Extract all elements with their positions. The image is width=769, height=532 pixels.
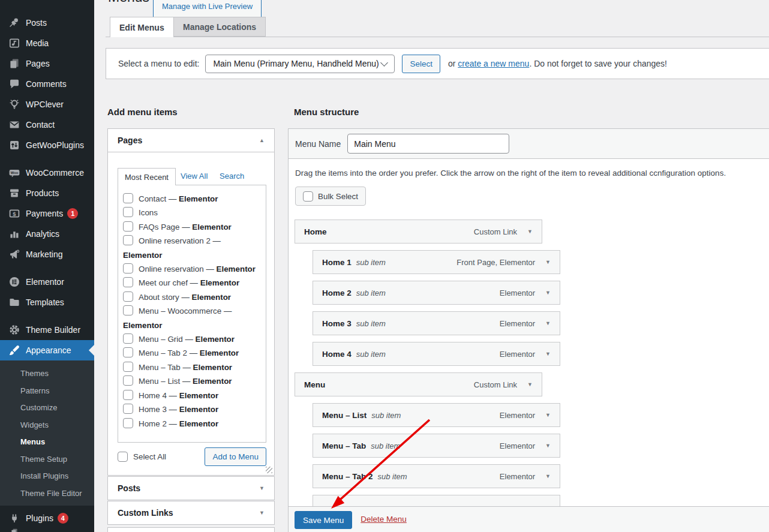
sidebar-item-media[interactable]: Media: [0, 33, 94, 53]
menu-item-bar-menu[interactable]: MenuCustom Link▼: [295, 372, 542, 396]
menu-select-dropdown[interactable]: Main Menu (Primary Menu, Handheld Menu): [205, 55, 395, 73]
page-checkbox[interactable]: [123, 305, 133, 315]
item-options-arrow-icon[interactable]: ▼: [545, 259, 551, 265]
sidebar-item-products[interactable]: Products: [0, 183, 94, 203]
menu-item-bar-home[interactable]: HomeCustom Link▼: [295, 220, 542, 244]
gear-icon: [8, 324, 20, 336]
create-new-menu-link[interactable]: create a new menu: [458, 59, 529, 68]
page-list-item-home-3[interactable]: Home 3 — Elementor: [123, 402, 261, 416]
page-list-item-online-reservation[interactable]: Online reservation — Elementor: [123, 262, 261, 276]
page-list-item-icons[interactable]: Icons: [123, 206, 261, 220]
sidebar-subitem-theme-setup[interactable]: Theme Setup: [0, 451, 94, 468]
page-list-item-about-story[interactable]: About story — Elementor: [123, 290, 261, 304]
item-options-arrow-icon[interactable]: ▼: [545, 290, 551, 296]
menu-item-bar-home-3[interactable]: Home 3sub itemElementor▼: [313, 311, 560, 335]
sidebar-item-theme-builder[interactable]: Theme Builder: [0, 320, 94, 340]
item-options-arrow-icon[interactable]: ▼: [545, 320, 551, 326]
sidebar-item-comments[interactable]: Comments: [0, 74, 94, 94]
sidebar-subitem-widgets[interactable]: Widgets: [0, 417, 94, 434]
sidebar-item-plugins[interactable]: Plugins 4: [0, 508, 94, 528]
sidebar-item-appearance[interactable]: Appearance: [0, 340, 94, 360]
menu-item-bar-menu-tab[interactable]: Menu – Tabsub itemElementor▼: [313, 434, 560, 458]
tab-search[interactable]: Search: [220, 172, 244, 181]
sidebar-subitem-install-plugins[interactable]: Install Plugins: [0, 468, 94, 485]
page-checkbox[interactable]: [123, 333, 133, 344]
save-menu-button[interactable]: Save Menu: [295, 511, 352, 529]
select-all-checkbox[interactable]: [118, 452, 128, 462]
sidebar-item-pages[interactable]: Pages: [0, 53, 94, 74]
menu-item-title: Home 1: [322, 258, 352, 267]
collapse-arrow-icon[interactable]: ▲: [259, 137, 265, 143]
item-options-arrow-icon[interactable]: ▼: [545, 412, 551, 418]
tab-edit-menus[interactable]: Edit Menus: [110, 17, 174, 37]
page-checkbox[interactable]: [123, 347, 133, 357]
delete-menu-link[interactable]: Delete Menu: [361, 515, 407, 524]
sidebar-item-woocommerce[interactable]: WooWooCommerce: [0, 163, 94, 183]
page-checkbox[interactable]: [123, 263, 133, 273]
page-list-item-home-2[interactable]: Home 2 — Elementor: [123, 417, 261, 431]
menu-item-bar-menu-list[interactable]: Menu – Listsub itemElementor▼: [313, 403, 560, 427]
page-list-item-menu-grid[interactable]: Menu – Grid — Elementor: [123, 332, 261, 346]
page-checkbox[interactable]: [123, 277, 133, 287]
sidebar-subitem-patterns[interactable]: Patterns: [0, 383, 94, 400]
sidebar-subitem-themes[interactable]: Themes: [0, 365, 94, 383]
page-checkbox[interactable]: [123, 235, 133, 245]
sidebar-subitem-theme-file-editor[interactable]: Theme File Editor: [0, 485, 94, 503]
tab-manage-locations[interactable]: Manage Locations: [173, 17, 266, 37]
page-checkbox[interactable]: [123, 404, 133, 414]
posts-accordion-header[interactable]: Posts ▼: [108, 477, 274, 500]
page-checkbox[interactable]: [123, 221, 133, 232]
sidebar-subitem-customize[interactable]: Customize: [0, 399, 94, 417]
item-options-arrow-icon[interactable]: ▼: [545, 473, 551, 479]
sidebar-subitem-menus[interactable]: Menus: [0, 434, 94, 451]
sidebar-item-elementor[interactable]: Elementor: [0, 272, 94, 292]
sidebar-item-marketing[interactable]: Marketing: [0, 244, 94, 265]
select-button[interactable]: Select: [402, 55, 440, 73]
page-checkbox[interactable]: [123, 193, 133, 203]
menu-name-input[interactable]: [347, 134, 509, 154]
add-to-menu-button[interactable]: Add to Menu: [205, 447, 266, 466]
page-checkbox[interactable]: [123, 362, 133, 372]
pages-accordion-header[interactable]: Pages ▲: [108, 129, 274, 152]
pages-checklist[interactable]: Contact — ElementorIconsFAQs Page — Elem…: [118, 185, 266, 443]
page-list-item-contact[interactable]: Contact — Elementor: [123, 192, 261, 206]
item-options-arrow-icon[interactable]: ▼: [527, 229, 533, 235]
page-list-item-menu-tab-2[interactable]: Menu – Tab 2 — Elementor: [123, 346, 261, 360]
sidebar-item-analytics[interactable]: Analytics: [0, 224, 94, 244]
page-checkbox[interactable]: [123, 207, 133, 217]
page-checkbox[interactable]: [123, 418, 133, 428]
page-checkbox[interactable]: [123, 291, 133, 302]
item-options-arrow-icon[interactable]: ▼: [545, 351, 551, 357]
page-list-item-online-reservation-2[interactable]: Online reservation 2 — Elementor: [123, 234, 261, 262]
custom-links-accordion-header[interactable]: Custom Links ▼: [108, 501, 274, 524]
page-list-item-menu-list[interactable]: Menu – List — Elementor: [123, 374, 261, 388]
sidebar-item-contact[interactable]: Contact: [0, 115, 94, 135]
resize-handle[interactable]: [266, 467, 272, 473]
sidebar-item-wpclever[interactable]: WPClever: [0, 94, 94, 115]
page-list-item-home-4[interactable]: Home 4 — Elementor: [123, 389, 261, 402]
expand-arrow-icon[interactable]: ▼: [259, 510, 265, 516]
sidebar-item-posts[interactable]: Posts: [0, 13, 94, 33]
page-list-item-menu-woocommerce[interactable]: Menu – Woocommerce — Elementor: [123, 304, 261, 332]
page-checkbox[interactable]: [123, 390, 133, 400]
bulk-select-checkbox[interactable]: [303, 191, 313, 202]
item-options-arrow-icon[interactable]: ▼: [545, 443, 551, 449]
select-all-checkbox-row[interactable]: Select All: [118, 452, 166, 462]
page-list-item-faqs-page[interactable]: FAQs Page — Elementor: [123, 220, 261, 234]
menu-item-bar-home-4[interactable]: Home 4sub itemElementor▼: [313, 342, 560, 366]
bulk-select-toggle[interactable]: Bulk Select: [295, 187, 366, 206]
item-options-arrow-icon[interactable]: ▼: [527, 381, 533, 387]
page-list-item-menu-tab[interactable]: Menu – Tab — Elementor: [123, 360, 261, 374]
menu-item-bar-menu-tab-2[interactable]: Menu – Tab 2sub itemElementor▼: [313, 464, 560, 488]
menu-item-bar-home-1[interactable]: Home 1sub itemFront Page, Elementor▼: [313, 250, 560, 274]
sidebar-item-payments[interactable]: $Payments1: [0, 203, 94, 224]
menu-item-bar-home-2[interactable]: Home 2sub itemElementor▼: [313, 281, 560, 305]
sidebar-item-getwooplugins[interactable]: GetWooPlugins: [0, 135, 94, 155]
page-list-item-meet-our-chef[interactable]: Meet our chef — Elementor: [123, 276, 261, 290]
expand-arrow-icon[interactable]: ▼: [259, 485, 265, 491]
page-checkbox[interactable]: [123, 375, 133, 386]
tab-most-recent[interactable]: Most Recent: [118, 168, 176, 185]
sidebar-item-templates[interactable]: Templates: [0, 292, 94, 312]
tab-view-all[interactable]: View All: [181, 172, 208, 181]
brush-icon: [8, 344, 20, 356]
